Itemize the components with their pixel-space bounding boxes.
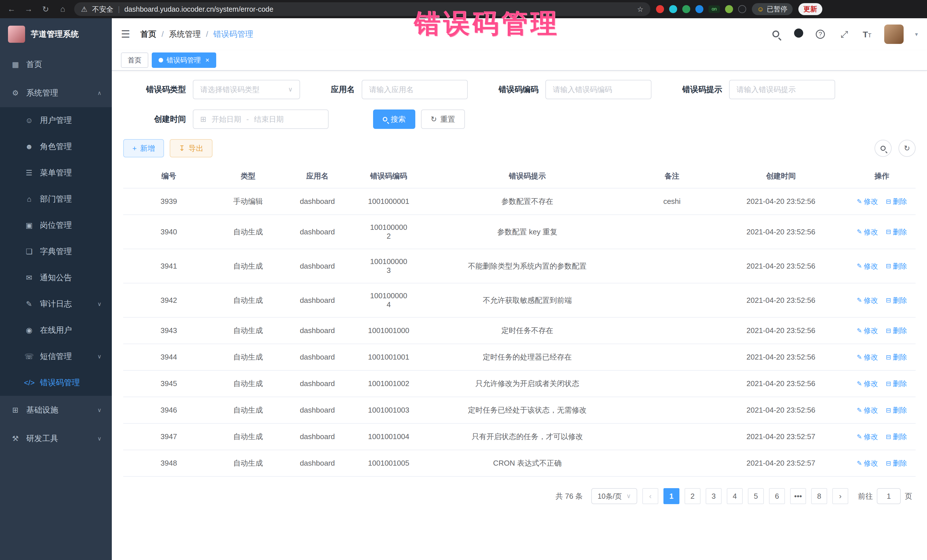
browser-reload-icon[interactable]: ↻	[40, 5, 51, 14]
close-icon[interactable]: ×	[205, 56, 209, 64]
edit-label: 修改	[864, 405, 878, 415]
edit-link[interactable]: ✎ 修改	[857, 432, 878, 442]
delete-link[interactable]: ⊟ 删除	[886, 326, 907, 335]
font-size-icon[interactable]: TT	[862, 29, 873, 39]
extensions-puzzle-icon[interactable]	[738, 5, 746, 13]
cell-time: 2021-04-20 23:52:56	[714, 397, 848, 423]
dashboard-icon: ▦	[10, 60, 21, 69]
page-number-button[interactable]: 3	[706, 488, 722, 504]
edit-link[interactable]: ✎ 修改	[857, 261, 878, 271]
add-button[interactable]: + 新增	[123, 139, 164, 157]
export-button[interactable]: ↧ 导出	[170, 139, 213, 157]
delete-link[interactable]: ⊟ 删除	[886, 405, 907, 415]
delete-link[interactable]: ⊟ 删除	[886, 432, 907, 442]
show-search-button[interactable]	[874, 140, 892, 157]
delete-icon: ⊟	[886, 198, 891, 205]
app-logo[interactable]: 芋道管理系统	[0, 18, 112, 50]
app-name-input[interactable]: 请输入应用名	[362, 80, 468, 99]
sidebar-item[interactable]: </> 错误码管理	[0, 370, 112, 396]
error-type-select[interactable]: 请选择错误码类型 ∨	[193, 80, 300, 99]
sidebar-item[interactable]: ☻ 角色管理	[0, 134, 112, 160]
edit-link[interactable]: ✎ 修改	[857, 352, 878, 362]
page-number-button[interactable]: 2	[685, 488, 701, 504]
sidebar-item[interactable]: ▦ 首页	[0, 50, 112, 79]
page-size-select[interactable]: 10条/页 ∨	[591, 488, 637, 504]
edit-link[interactable]: ✎ 修改	[857, 379, 878, 389]
profile-paused-badge[interactable]: ☺ 已暂停	[752, 3, 793, 15]
sidebar-item[interactable]: ☰ 菜单管理	[0, 160, 112, 186]
delete-link[interactable]: ⊟ 删除	[886, 352, 907, 362]
breadcrumb-system[interactable]: 系统管理	[169, 29, 201, 39]
extension-icon[interactable]	[695, 5, 704, 13]
extension-icon[interactable]	[682, 5, 690, 13]
error-code-input[interactable]: 请输入错误码编码	[546, 80, 652, 99]
page-number-button[interactable]: 4	[727, 488, 743, 504]
sidebar-item[interactable]: ❏ 字典管理	[0, 238, 112, 265]
tab-error-code[interactable]: 错误码管理 ×	[152, 52, 216, 68]
page-number-button[interactable]: 1	[663, 488, 679, 504]
sidebar-item[interactable]: ☺ 用户管理	[0, 107, 112, 134]
prev-page-button[interactable]: ‹	[642, 488, 658, 504]
avatar-caret-icon[interactable]: ▾	[915, 31, 918, 38]
error-hint-input[interactable]: 请输入错误码提示	[729, 80, 835, 99]
page-number-button[interactable]: 6	[769, 488, 785, 504]
delete-link[interactable]: ⊟ 删除	[886, 197, 907, 206]
goto-page-input[interactable]	[877, 488, 901, 504]
sidebar-item[interactable]: ⌂ 部门管理	[0, 186, 112, 212]
delete-link[interactable]: ⊟ 删除	[886, 261, 907, 271]
user-avatar[interactable]	[884, 24, 904, 44]
next-page-button[interactable]: ›	[832, 488, 848, 504]
extension-icon[interactable]	[656, 5, 664, 13]
menu-label: 菜单管理	[40, 167, 96, 178]
delete-link[interactable]: ⊟ 删除	[886, 227, 907, 237]
notice-icon: ✉	[24, 273, 34, 282]
sidebar-item[interactable]: ☏ 短信管理 ∨	[0, 343, 112, 370]
page-number-button[interactable]: 8	[811, 488, 827, 504]
breadcrumb-home[interactable]: 首页	[140, 29, 156, 39]
table-header-cell: 操作	[848, 164, 916, 188]
sidebar-item[interactable]: ✉ 通知公告	[0, 265, 112, 291]
refresh-button[interactable]: ↻	[898, 140, 916, 157]
sidebar-item[interactable]: ⊞ 基础设施 ∨	[0, 396, 112, 424]
extension-icon[interactable]: on	[708, 5, 720, 13]
sidebar-item[interactable]: ✎ 审计日志 ∨	[0, 291, 112, 317]
edit-link[interactable]: ✎ 修改	[857, 405, 878, 415]
bookmark-star-icon[interactable]: ☆	[637, 5, 643, 14]
reset-button[interactable]: ↻ 重置	[421, 109, 465, 129]
delete-icon: ⊟	[886, 460, 891, 467]
search-icon[interactable]	[770, 29, 781, 39]
sidebar-item[interactable]: ▣ 岗位管理	[0, 212, 112, 238]
edit-link[interactable]: ✎ 修改	[857, 326, 878, 335]
date-range-picker[interactable]: ⊞ 开始日期 - 结束日期	[193, 109, 328, 129]
sidebar-item[interactable]: ◉ 在线用户	[0, 317, 112, 343]
edit-link[interactable]: ✎ 修改	[857, 227, 878, 237]
browser-home-icon[interactable]: ⌂	[57, 5, 68, 14]
tab-home[interactable]: 首页	[121, 52, 148, 68]
cell-app: dashboard	[282, 397, 353, 423]
edit-link[interactable]: ✎ 修改	[857, 197, 878, 206]
edit-link[interactable]: ✎ 修改	[857, 296, 878, 305]
browser-forward-icon[interactable]: →	[23, 5, 34, 14]
hamburger-icon[interactable]: ☰	[121, 28, 130, 40]
page-number-button[interactable]: •••	[790, 488, 806, 504]
extension-icon[interactable]	[725, 5, 733, 13]
delete-link[interactable]: ⊟ 删除	[886, 458, 907, 468]
fullscreen-icon[interactable]: ⤢	[839, 29, 850, 39]
search-button[interactable]: 搜索	[373, 109, 415, 129]
delete-link[interactable]: ⊟ 删除	[886, 296, 907, 305]
url-bar[interactable]: ⚠ 不安全 | dashboard.yudao.iocoder.cn/syste…	[74, 2, 650, 16]
github-icon[interactable]	[793, 29, 804, 40]
sidebar-item[interactable]: ⚙ 系统管理 ∧	[0, 79, 112, 107]
delete-link[interactable]: ⊟ 删除	[886, 379, 907, 389]
browser-back-icon[interactable]: ←	[6, 5, 17, 14]
extension-icon[interactable]	[669, 5, 677, 13]
cell-remark	[631, 423, 714, 450]
plus-icon: +	[132, 144, 137, 153]
cell-remark	[631, 215, 714, 249]
page-number-button[interactable]: 5	[748, 488, 764, 504]
edit-link[interactable]: ✎ 修改	[857, 458, 878, 468]
help-icon[interactable]: ?	[816, 30, 827, 39]
cell-hint: 只有开启状态的任务，才可以修改	[424, 423, 631, 450]
sidebar-item[interactable]: ⚒ 研发工具 ∨	[0, 424, 112, 453]
browser-update-button[interactable]: 更新	[798, 3, 822, 15]
